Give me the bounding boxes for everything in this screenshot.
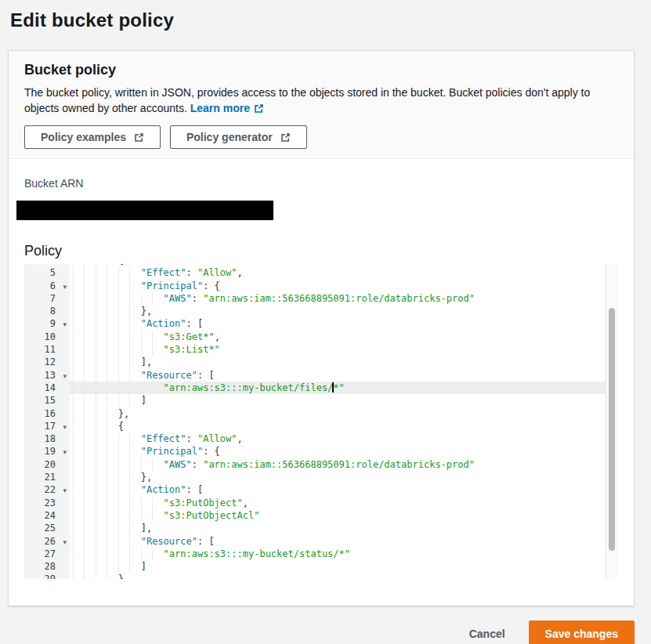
code-line-8[interactable]: 8}, — [24, 305, 618, 317]
cancel-button[interactable]: Cancel — [469, 628, 505, 640]
code-line-9[interactable]: 9▾"Action": [ — [24, 317, 618, 330]
learn-more-label: Learn more — [190, 102, 250, 114]
editor-scrollbar[interactable] — [606, 264, 618, 579]
external-link-icon — [134, 132, 144, 143]
json-punctuation: : [ — [186, 318, 203, 329]
indent-guide — [118, 497, 119, 509]
fold-toggle-icon[interactable]: ▾ — [63, 446, 67, 458]
code-line-5[interactable]: 5"Effect": "Allow", — [24, 266, 618, 279]
code-line-11[interactable]: 11"s3:List*" — [24, 343, 618, 356]
policy-examples-button[interactable]: Policy examples — [24, 125, 161, 149]
code-line-21[interactable]: 21}, — [24, 471, 618, 483]
indent-guide — [118, 317, 119, 330]
code-line-7[interactable]: 7"AWS": "arn:aws:iam::563668895091:role/… — [24, 292, 618, 305]
indent-guide — [129, 356, 130, 368]
indent-guide — [129, 382, 130, 394]
json-key: "Effect" — [141, 433, 186, 444]
panel-description-text: The bucket policy, written in JSON, prov… — [24, 86, 590, 114]
learn-more-link[interactable]: Learn more — [190, 102, 264, 114]
indent-guide — [96, 305, 96, 317]
json-punctuation: , — [243, 497, 248, 508]
fold-toggle-icon[interactable]: ▾ — [63, 536, 67, 548]
json-punctuation: : [ — [197, 536, 215, 547]
json-key: "Resource" — [141, 536, 197, 547]
policy-generator-label: Policy generator — [186, 131, 273, 143]
indent-guide — [96, 522, 96, 534]
json-string: "Allow" — [197, 433, 237, 444]
indent-guide — [107, 292, 107, 305]
indent-guide — [107, 445, 107, 458]
indent-guide — [73, 382, 74, 394]
code-line-24[interactable]: 24"s3:PutObjectAcl" — [24, 509, 618, 522]
indent-guide — [107, 343, 107, 356]
fold-toggle-icon[interactable]: ▾ — [63, 280, 67, 293]
code-line-17[interactable]: 17▾{ — [24, 420, 618, 432]
json-string: "arn:aws:iam::563668895091:role/databric… — [203, 293, 475, 304]
indent-guide — [118, 458, 119, 471]
fold-toggle-icon[interactable]: ▾ — [63, 421, 67, 433]
indent-guide — [118, 535, 119, 548]
indent-guide — [96, 548, 96, 560]
code-line-22[interactable]: 22▾"Action": [ — [24, 483, 618, 496]
line-number: 18 — [24, 432, 70, 445]
code-line-20[interactable]: 20"AWS": "arn:aws:iam::563668895091:role… — [24, 458, 618, 471]
line-number: 5 — [24, 266, 70, 279]
indent-guide — [129, 535, 130, 548]
code-line-28[interactable]: 28] — [24, 560, 618, 573]
page-title: Edit bucket policy — [10, 9, 651, 31]
indent-guide — [118, 331, 119, 343]
indent-guide — [107, 420, 107, 432]
code-line-10[interactable]: 10"s3:Get*", — [24, 331, 618, 343]
code-line-16[interactable]: 16}, — [24, 407, 618, 420]
indent-guide — [96, 394, 96, 407]
code-line-6[interactable]: 6▾"Principal": { — [24, 280, 618, 292]
indent-guide — [73, 305, 74, 317]
indent-guide — [96, 280, 96, 292]
indent-guide — [118, 305, 119, 317]
json-punctuation: }, — [141, 306, 152, 317]
indent-guide — [73, 266, 74, 279]
indent-guide — [141, 458, 142, 471]
indent-guide — [84, 343, 85, 356]
policy-code-editor[interactable]: 4{5"Effect": "Allow",6▾"Principal": {7"A… — [24, 264, 618, 579]
indent-guide — [107, 266, 107, 279]
line-number: 11 — [24, 343, 70, 356]
indent-guide — [73, 280, 74, 292]
fold-toggle-icon[interactable]: ▾ — [63, 318, 67, 331]
code-line-14[interactable]: 14"arn:aws:s3:::my-bucket/files/*" — [24, 382, 618, 394]
indent-guide — [84, 280, 85, 292]
line-number: 20 — [24, 458, 70, 471]
indent-guide — [73, 471, 74, 483]
code-line-27[interactable]: 27"arn:aws:s3:::my-bucket/status/*" — [24, 548, 618, 560]
indent-guide — [73, 331, 74, 343]
editor-scrollbar-thumb[interactable] — [609, 308, 615, 551]
line-number: 24 — [24, 509, 70, 522]
line-number: 29 — [24, 573, 70, 579]
code-line-29[interactable]: 29}, — [24, 573, 618, 579]
code-line-26[interactable]: 26▾"Resource": [ — [24, 535, 618, 548]
indent-guide — [118, 280, 119, 292]
code-line-18[interactable]: 18"Effect": "Allow", — [24, 432, 618, 445]
fold-toggle-icon[interactable]: ▾ — [63, 370, 67, 382]
save-changes-button[interactable]: Save changes — [529, 620, 635, 644]
indent-guide — [84, 382, 85, 394]
json-punctuation: : { — [203, 280, 220, 291]
json-punctuation: { — [118, 264, 124, 266]
policy-generator-button[interactable]: Policy generator — [170, 125, 307, 149]
code-line-25[interactable]: 25], — [24, 522, 618, 534]
code-line-19[interactable]: 19▾"Principal": { — [24, 445, 618, 458]
line-number: 23 — [24, 497, 70, 509]
line-number: 14 — [24, 382, 70, 394]
code-line-12[interactable]: 12], — [24, 356, 618, 368]
code-line-23[interactable]: 23"s3:PutObject", — [24, 497, 618, 509]
line-number: 17▾ — [24, 420, 70, 432]
panel-body: Bucket ARN Policy 4{5"Effect": "Allow",6… — [9, 159, 634, 606]
indent-guide — [118, 382, 119, 394]
external-link-icon — [280, 132, 291, 143]
code-line-15[interactable]: 15] — [24, 394, 618, 407]
fold-toggle-icon[interactable]: ▾ — [63, 484, 67, 497]
indent-guide — [84, 445, 85, 458]
indent-guide — [73, 317, 74, 330]
indent-guide — [129, 548, 130, 560]
code-line-13[interactable]: 13▾"Resource": [ — [24, 369, 618, 382]
